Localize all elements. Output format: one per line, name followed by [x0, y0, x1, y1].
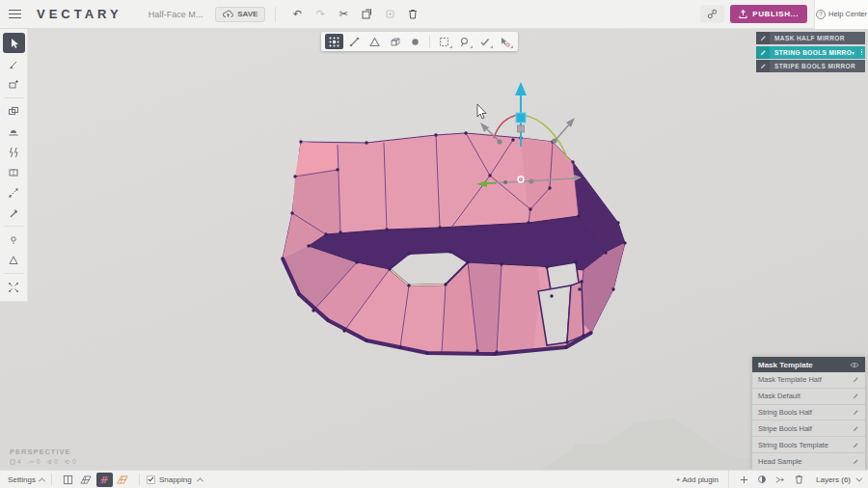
publish-button[interactable]: PUBLISH...	[730, 5, 807, 23]
top-bar: VECTARY Half-Face M... SAVE ↶ ↷ ✂	[0, 0, 868, 29]
object-row-label: Mask Template Half	[758, 375, 853, 384]
edit-icon[interactable]	[756, 32, 770, 44]
chevron-down-icon[interactable]: ▾	[852, 49, 854, 56]
tool-light[interactable]	[3, 230, 25, 249]
object-row-stripe-bools-half[interactable]: Stripe Bools Half	[752, 420, 865, 437]
material-button[interactable]	[754, 473, 771, 487]
object-bar-label: STRIPE BOOLS MIRROR	[770, 63, 865, 69]
plus-icon	[740, 475, 748, 484]
bounding-box-toggle[interactable]	[60, 473, 76, 487]
undo-button[interactable]: ↶	[288, 6, 306, 23]
edit-icon[interactable]	[853, 458, 859, 465]
merge-button[interactable]	[773, 473, 789, 487]
object-row-label: Stripe Bools Half	[758, 424, 853, 433]
edit-icon[interactable]	[853, 409, 859, 416]
wireframe-toggle[interactable]	[78, 473, 95, 487]
object-panel-header[interactable]: Mask Template	[752, 357, 865, 372]
hamburger-menu-icon[interactable]	[0, 0, 29, 29]
edges-stat: 0	[28, 458, 41, 465]
object-bar-stripe-bools-mirror[interactable]: STRIPE BOOLS MIRROR	[756, 60, 865, 72]
shaded-mesh-icon	[98, 474, 110, 485]
paste-button[interactable]	[381, 6, 398, 23]
object-row-string-bools-template[interactable]: String Bools Template	[752, 437, 865, 453]
edit-icon[interactable]	[853, 393, 859, 399]
divider	[728, 471, 729, 488]
document-title[interactable]: Half-Face M...	[149, 10, 203, 19]
camera-status: PERSPECTIVE 4 0 0 0	[10, 447, 76, 465]
snap-select-button[interactable]	[496, 34, 514, 49]
tool-measure[interactable]	[3, 183, 25, 202]
textured-view-button[interactable]	[115, 473, 131, 487]
add-layer-button[interactable]	[736, 473, 752, 487]
gizmo-rotate-x[interactable]	[494, 115, 519, 138]
duplicate-button[interactable]	[358, 6, 375, 23]
redo-button[interactable]: ↷	[312, 6, 329, 23]
measure-icon	[8, 187, 19, 199]
more-options-icon[interactable]	[857, 46, 865, 59]
snapping-checkbox[interactable]	[147, 475, 155, 484]
paste-icon	[385, 9, 395, 19]
tool-add-object[interactable]	[3, 75, 25, 94]
tool-select[interactable]	[3, 33, 25, 53]
link-icon	[707, 9, 718, 19]
object-row-string-bools-half[interactable]: String Bools Half	[752, 405, 865, 421]
tool-loop-cut[interactable]	[3, 163, 25, 181]
edit-icon[interactable]	[853, 376, 859, 383]
share-link-button[interactable]	[700, 5, 724, 23]
mode-edge-button[interactable]	[345, 34, 364, 49]
object-bar-mask-half-mirror[interactable]: MASK HALF MIRROR	[756, 32, 865, 44]
history-icon	[65, 459, 70, 465]
tool-utility[interactable]	[3, 203, 25, 222]
lasso-select-button[interactable]	[455, 34, 474, 49]
save-button[interactable]: SAVE	[215, 7, 265, 22]
delete-button[interactable]	[404, 6, 421, 23]
delete-layer-button[interactable]	[791, 473, 807, 487]
tool-deform[interactable]	[3, 143, 25, 161]
add-plugin-label: + Add plugin	[668, 475, 722, 484]
object-row-head-sample[interactable]: Head Sample	[752, 453, 865, 470]
viewport[interactable]: MASK HALF MIRROR STRING BOOLS MIRROR ▾ S…	[0, 29, 868, 470]
gizmo-y-handle[interactable]	[516, 113, 526, 122]
rect-select-button[interactable]	[435, 34, 453, 49]
merge-icon	[775, 475, 786, 484]
edit-icon[interactable]	[853, 442, 859, 448]
mask-mesh-scene[interactable]	[0, 29, 868, 470]
cone-icon	[8, 255, 19, 266]
help-center-button[interactable]: ? Help Center	[814, 0, 868, 29]
object-bar-label: STRING BOOLS MIRROR	[770, 49, 852, 56]
verts-icon	[46, 459, 52, 465]
object-row-mask-template-half[interactable]: Mask Template Half	[752, 372, 865, 389]
object-row-label: String Bools Half	[758, 408, 853, 417]
paint-select-button[interactable]	[475, 34, 494, 49]
cut-button[interactable]: ✂	[335, 6, 352, 23]
selection-mode-toolbar	[321, 32, 518, 51]
tool-boolean[interactable]	[3, 102, 25, 121]
mode-face-button[interactable]	[366, 34, 384, 49]
light-icon	[8, 234, 19, 246]
divider	[51, 474, 52, 485]
eye-icon[interactable]	[850, 362, 859, 368]
bottom-bar: Settings Snapping	[0, 470, 868, 488]
verts-stat: 0	[46, 458, 58, 465]
mode-object-button[interactable]	[386, 34, 404, 49]
edit-icon[interactable]	[756, 46, 770, 59]
tool-scatter[interactable]	[3, 278, 25, 296]
edge-mode-icon	[349, 37, 360, 47]
tool-clay[interactable]	[3, 122, 25, 141]
snapping-toggle[interactable]: Snapping	[147, 471, 203, 488]
tool-knife[interactable]	[3, 55, 25, 73]
object-bar-string-bools-mirror[interactable]: STRING BOOLS MIRROR ▾	[756, 46, 865, 59]
edit-icon[interactable]	[756, 60, 770, 72]
divider	[429, 36, 430, 48]
mode-vertex-button[interactable]	[325, 34, 343, 49]
add-plugin-button[interactable]: + Add plugin	[668, 471, 722, 488]
shaded-wire-view-button[interactable]	[96, 473, 113, 487]
divider	[139, 474, 140, 485]
mode-sphere-button[interactable]	[406, 34, 424, 49]
layers-dropdown[interactable]: Layers (6)	[816, 471, 860, 488]
mask-mesh[interactable]	[281, 131, 626, 355]
edit-icon[interactable]	[853, 425, 859, 432]
tool-primitive[interactable]	[3, 251, 25, 269]
settings-dropdown[interactable]: Settings	[0, 471, 44, 488]
object-row-mask-default[interactable]: Mask Default	[752, 389, 865, 405]
